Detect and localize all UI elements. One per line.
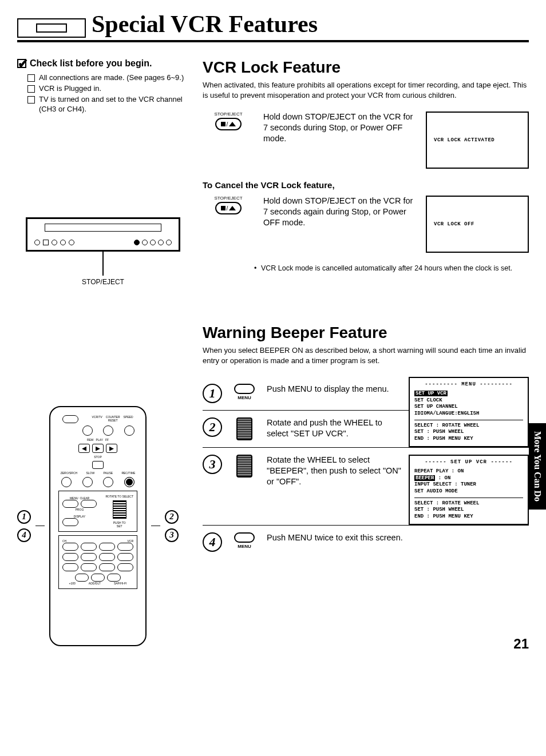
menu-button-icon [234,384,255,394]
menu-label: MENU [238,395,251,400]
vcr-lock-off-display: VCR LOCK OFF [426,196,529,253]
step-number-3: 3 [203,455,222,474]
step-1-text: Push MENU to display the menu. [267,384,409,395]
osd-setup-item-highlighted: BEEPER [414,475,435,481]
checkmark-icon [17,59,26,68]
step-3-text: Rotate the WHEEL to select "BEEPER", the… [267,455,409,487]
stop-eject-button-icon: / [215,202,242,214]
section-tab: More You Can Do [529,423,546,510]
page-number: 21 [513,636,529,652]
cancel-lock-heading: To Cancel the VCR Lock feature, [203,180,529,190]
osd-setup-item: REPEAT PLAY : ON [414,468,523,475]
callout-3: 3 [165,528,179,542]
checklist-item: VCR is Plugged in. [27,84,189,94]
stop-eject-button-icon: / [215,118,242,130]
osd-menu-item-highlighted: SET UP VCR [414,391,448,396]
checklist-heading: Check list before you begin. [17,58,189,69]
remote-control-icon: VCR/TVCOUNTERRESETSPEED REWPLAYFF ◂ ▸ ▸ … [49,406,147,646]
page-title: Special VCR Features [92,10,318,38]
wheel-icon [113,500,126,519]
beeper-intro: When you select BEEPER ON as described b… [203,345,529,365]
callout-4: 4 [17,528,31,542]
vcr-lock-heading: VCR Lock Feature [203,58,529,77]
step-2-text: Rotate and push the WHEEL to select "SET… [267,417,409,439]
osd-menu-item: SET CLOCK [414,397,523,404]
osd-menu-display: --------- MENU --------- SET UP VCR SET … [409,377,529,447]
step-number-1: 1 [203,384,222,403]
lock-auto-cancel-note: VCR Lock mode is cancelled automatically… [254,264,529,272]
beeper-heading: Warning Beeper Feature [203,324,529,342]
osd-setup-item: INPUT SELECT : TUNER [414,482,523,488]
vcr-unit-diagram: STOP/EJECT [17,217,189,286]
page-header: Special VCR Features [17,10,529,42]
osd-footer-line: END : PUSH MENU KEY [414,514,523,520]
vcr-lock-intro: When activated, this feature prohibits a… [203,80,529,100]
osd-menu-item: SET UP CHANNEL [414,404,523,411]
checklist: All connections are made. (See pages 6~9… [17,73,189,114]
checklist-item: TV is turned on and set to the VCR chann… [27,95,189,114]
step-number-4: 4 [203,532,222,552]
osd-setup-title: ------ SET UP VCR ------ [414,459,523,466]
stop-eject-label: STOP/EJECT [17,278,189,286]
step-number-2: 2 [203,417,222,437]
osd-footer-line: SELECT : ROTATE WHEEL [414,423,523,429]
osd-setup-item: SET AUDIO MODE [414,488,523,495]
step-4-text: Push MENU twice to exit this screen. [267,532,529,543]
checklist-heading-text: Check list before you begin. [30,58,152,69]
menu-label: MENU [238,544,251,549]
osd-footer-line: SET : PUSH WHEEL [414,507,523,514]
remote-diagram: 1 4 VCR/TVCOUNTERRESETSPEED REWPLAYFF ◂ … [17,406,189,646]
osd-setup-display: ------ SET UP VCR ------ REPEAT PLAY : O… [409,455,529,525]
osd-footer-line: END : PUSH MENU KEY [414,436,523,443]
checklist-item: All connections are made. (See pages 6~9… [27,73,189,83]
vcr-lock-activated-display: VCR LOCK ACTIVATED [426,112,529,169]
callout-1: 1 [17,510,31,524]
stop-eject-button-label: STOP/EJECT [214,112,242,117]
callout-2: 2 [165,510,179,524]
osd-menu-item: IDIOMA/LANGUE:ENGLISH [414,411,523,417]
vcr-device-icon [17,18,86,38]
wheel-icon [236,417,252,440]
osd-menu-title: --------- MENU --------- [414,381,523,388]
osd-footer-line: SET : PUSH WHEEL [414,429,523,436]
stop-eject-button-label: STOP/EJECT [214,196,242,201]
wheel-icon [236,455,252,478]
tape-slot-icon [45,224,161,232]
activate-lock-text: Hold down STOP/EJECT on the VCR for 7 se… [263,112,417,144]
cancel-lock-text: Hold down STOP/EJECT on the VCR for 7 se… [263,196,417,228]
osd-footer-line: SELECT : ROTATE WHEEL [414,500,523,507]
menu-button-icon [234,532,255,543]
